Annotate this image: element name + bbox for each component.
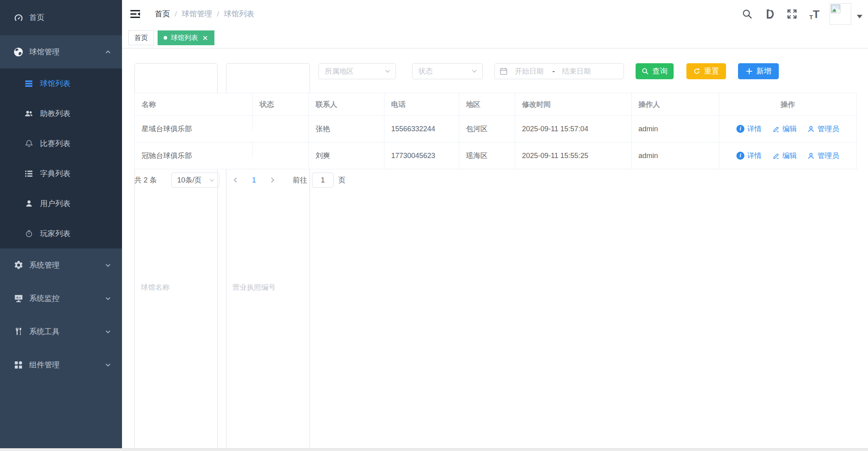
admin-link[interactable]: 管理员 xyxy=(807,124,839,134)
page-unit-label: 页 xyxy=(338,175,346,185)
cell-contact: 刘爽 xyxy=(309,142,384,169)
sidebar-item-dict-list[interactable]: 字典列表 xyxy=(0,158,122,188)
avatar-dropdown-caret-icon[interactable] xyxy=(857,15,862,18)
sidebar-item-label: 玩家列表 xyxy=(40,229,70,239)
next-page-icon[interactable] xyxy=(268,176,277,184)
region-select[interactable]: 所属地区 xyxy=(318,63,396,79)
bottom-scrollbar-track[interactable] xyxy=(0,448,868,451)
dict-list-icon xyxy=(24,169,34,178)
sidebar-item-label: 系统工具 xyxy=(29,327,60,337)
user-icon xyxy=(24,199,34,208)
navbar-actions: TT xyxy=(736,0,862,28)
sidebar-item-player-list[interactable]: 玩家列表 xyxy=(0,218,122,249)
fullscreen-icon[interactable] xyxy=(786,8,798,20)
people-icon xyxy=(24,109,34,118)
cell-phone: 15566332244 xyxy=(384,116,459,142)
calendar-icon xyxy=(500,67,508,75)
cell-district: 包河区 xyxy=(459,116,515,142)
edit-link[interactable]: 编辑 xyxy=(772,124,797,134)
tag-label: 首页 xyxy=(134,33,148,42)
tools-icon xyxy=(13,327,24,337)
gear-icon xyxy=(13,260,24,271)
breadcrumb-separator: / xyxy=(217,10,219,18)
sidebar-item-system-monitor[interactable]: 系统监控 xyxy=(0,282,122,315)
bell-icon xyxy=(24,139,34,148)
prev-page-icon[interactable] xyxy=(231,176,240,184)
search-button[interactable]: 查询 xyxy=(636,63,674,79)
chevron-down-icon xyxy=(209,177,215,183)
date-start-placeholder: 开始日期 xyxy=(515,66,544,76)
page-number-1[interactable]: 1 xyxy=(252,176,256,184)
person-icon xyxy=(807,125,815,133)
date-range-picker[interactable]: 开始日期 - 结束日期 xyxy=(494,63,624,79)
tag-label: 球馆列表 xyxy=(171,33,198,42)
refresh-icon xyxy=(693,68,700,75)
table-row: 冠驰台球俱乐部 刘爽 17730045623 瑶海区 2025-09-11 15… xyxy=(135,142,857,169)
breadcrumb-venue-management[interactable]: 球馆管理 xyxy=(182,9,212,19)
cell-status xyxy=(253,116,309,142)
status-select[interactable]: 状态 xyxy=(412,63,483,79)
chevron-up-icon xyxy=(104,48,112,56)
chevron-down-icon xyxy=(104,262,112,269)
sidebar-item-user-list[interactable]: 用户列表 xyxy=(0,188,122,218)
sidebar-submenu: 球馆列表 助教列表 比赛列表 字典列表 xyxy=(0,68,122,249)
col-modified: 修改时间 xyxy=(515,93,632,116)
detail-link[interactable]: i详情 xyxy=(736,124,762,134)
col-status: 状态 xyxy=(253,93,309,116)
goto-page-input[interactable] xyxy=(312,172,334,188)
cell-name: 冠驰台球俱乐部 xyxy=(135,142,253,169)
cell-name: 星域台球俱乐部 xyxy=(135,116,253,142)
sidebar: 首页 球馆管理 球馆列表 助教列表 xyxy=(0,0,122,448)
detail-link[interactable]: i详情 xyxy=(736,151,762,160)
cell-modified: 2025-09-11 15:57:04 xyxy=(515,116,632,142)
page-size-select[interactable]: 10条/页 xyxy=(171,172,219,188)
docs-icon[interactable] xyxy=(764,8,776,20)
avatar[interactable] xyxy=(830,3,851,25)
edit-pencil-icon xyxy=(772,125,780,133)
close-icon[interactable] xyxy=(202,35,208,41)
date-range-separator: - xyxy=(552,67,555,76)
sidebar-item-label: 球馆列表 xyxy=(40,78,70,89)
page-size-value: 10条/页 xyxy=(177,175,202,185)
hamburger-icon[interactable] xyxy=(129,8,141,20)
sidebar-item-venue-management[interactable]: 球馆管理 xyxy=(0,35,122,68)
broken-image-icon xyxy=(831,4,841,15)
sidebar-item-system-tools[interactable]: 系统工具 xyxy=(0,315,122,348)
active-dot xyxy=(164,36,167,40)
sidebar-filler xyxy=(0,381,122,448)
stopwatch-icon xyxy=(24,229,34,239)
date-end-placeholder: 结束日期 xyxy=(562,66,591,76)
sidebar-item-venue-list[interactable]: 球馆列表 xyxy=(0,68,122,98)
edit-link[interactable]: 编辑 xyxy=(772,151,797,160)
tag-home[interactable]: 首页 xyxy=(128,30,154,45)
sidebar-item-match-list[interactable]: 比赛列表 xyxy=(0,128,122,158)
breadcrumb-home[interactable]: 首页 xyxy=(155,9,170,19)
sidebar-item-assistant-list[interactable]: 助教列表 xyxy=(0,98,122,128)
table-header-row: 名称 状态 联系人 电话 地区 修改时间 操作人 操作 xyxy=(135,93,857,116)
admin-link[interactable]: 管理员 xyxy=(807,151,839,160)
sidebar-item-label: 系统监控 xyxy=(29,293,60,304)
breadcrumb: 首页 / 球馆管理 / 球馆列表 xyxy=(155,0,254,28)
cell-district: 瑶海区 xyxy=(459,142,515,169)
sidebar-item-label: 首页 xyxy=(29,12,44,23)
sidebar-item-home[interactable]: 首页 xyxy=(0,0,122,35)
edit-pencil-icon xyxy=(772,152,780,160)
add-button[interactable]: 新增 xyxy=(738,63,779,79)
search-icon xyxy=(642,68,649,75)
font-size-icon[interactable]: TT xyxy=(808,8,820,20)
search-icon[interactable] xyxy=(741,8,753,20)
col-contact: 联系人 xyxy=(309,93,384,116)
person-icon xyxy=(807,152,815,160)
cell-contact: 张艳 xyxy=(309,116,384,142)
sidebar-item-label: 系统管理 xyxy=(29,260,60,271)
col-phone: 电话 xyxy=(384,93,459,116)
main-area: 首页 / 球馆管理 / 球馆列表 TT xyxy=(122,0,868,448)
info-icon: i xyxy=(736,152,744,160)
breadcrumb-current: 球馆列表 xyxy=(224,9,254,19)
reset-button[interactable]: 重置 xyxy=(686,63,726,79)
goto-label: 前往 xyxy=(293,175,307,185)
cell-modified: 2025-09-11 15:55:25 xyxy=(515,142,632,169)
sidebar-item-component-management[interactable]: 组件管理 xyxy=(0,348,122,381)
sidebar-item-system-management[interactable]: 系统管理 xyxy=(0,249,122,282)
tag-venue-list[interactable]: 球馆列表 xyxy=(158,30,214,45)
